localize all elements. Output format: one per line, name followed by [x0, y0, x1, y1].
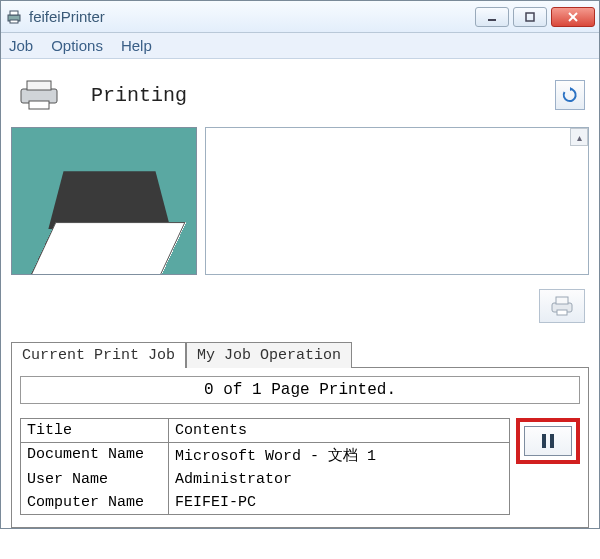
print-button[interactable]: [539, 289, 585, 323]
cell-contents: FEIFEI-PC: [169, 491, 262, 514]
content-area: Printing ▴ Current Print Job My Job Oper…: [1, 59, 599, 528]
pause-button[interactable]: [524, 426, 572, 456]
refresh-button[interactable]: [555, 80, 585, 110]
cell-title: User Name: [21, 468, 169, 491]
app-window: feifeiPrinter Job Options Help: [0, 0, 600, 529]
tab-strip: Current Print Job My Job Operation: [11, 341, 589, 367]
menubar: Job Options Help: [1, 33, 599, 59]
svg-rect-12: [556, 297, 568, 304]
window-title: feifeiPrinter: [29, 8, 475, 25]
log-box: ▴: [205, 127, 589, 275]
svg-rect-13: [557, 310, 567, 315]
window-controls: [475, 7, 595, 27]
cell-title: Computer Name: [21, 491, 169, 514]
tab-current-job[interactable]: Current Print Job: [11, 342, 186, 368]
minimize-button[interactable]: [475, 7, 509, 27]
print-row: [11, 289, 589, 323]
maximize-button[interactable]: [513, 7, 547, 27]
svg-rect-1: [10, 11, 18, 15]
printer-app-icon: [5, 8, 23, 26]
page-status: 0 of 1 Page Printed.: [20, 376, 580, 404]
printer-preview: [11, 127, 197, 275]
detail-table: Title Contents Document Name Microsoft W…: [20, 418, 510, 515]
menu-job[interactable]: Job: [9, 37, 33, 54]
cell-contents: Microsoft Word - 文档 1: [169, 443, 382, 468]
pause-highlight: [516, 418, 580, 464]
svg-rect-2: [10, 20, 18, 23]
status-row: Printing: [11, 67, 589, 123]
scroll-up-button[interactable]: ▴: [570, 128, 588, 146]
tabs-area: Current Print Job My Job Operation 0 of …: [11, 341, 589, 528]
detail-row: Title Contents Document Name Microsoft W…: [20, 418, 580, 515]
menu-help[interactable]: Help: [121, 37, 152, 54]
header-contents: Contents: [169, 419, 253, 442]
status-text: Printing: [91, 84, 187, 107]
table-header-row: Title Contents: [21, 419, 509, 443]
tab-my-job-operation[interactable]: My Job Operation: [186, 342, 352, 368]
svg-rect-4: [526, 13, 534, 21]
cell-contents: Administrator: [169, 468, 298, 491]
svg-rect-9: [29, 101, 49, 109]
tab-panel-current: 0 of 1 Page Printed. Title Contents Docu…: [11, 367, 589, 528]
close-button[interactable]: [551, 7, 595, 27]
svg-rect-8: [27, 81, 51, 90]
pause-icon: [542, 434, 554, 448]
preview-row: ▴: [11, 127, 589, 275]
table-row: User Name Administrator: [21, 468, 509, 491]
table-row: Document Name Microsoft Word - 文档 1: [21, 443, 509, 468]
table-row: Computer Name FEIFEI-PC: [21, 491, 509, 514]
menu-options[interactable]: Options: [51, 37, 103, 54]
printer-icon: [15, 75, 63, 115]
header-title: Title: [21, 419, 169, 442]
titlebar: feifeiPrinter: [1, 1, 599, 33]
cell-title: Document Name: [21, 443, 169, 468]
